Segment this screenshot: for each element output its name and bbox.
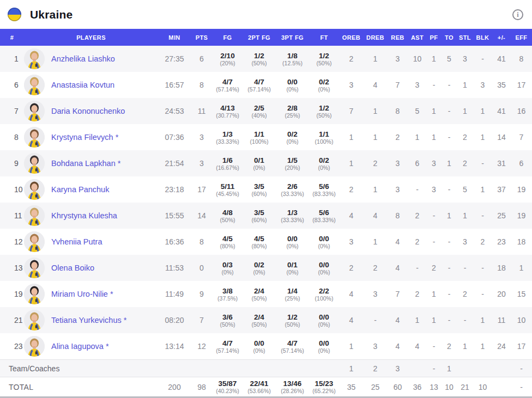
player-name-link[interactable]: Alina Iagupova * <box>51 342 109 351</box>
fg3-made-attempted: 1/2 <box>276 313 309 321</box>
cell-eff: 17 <box>511 342 532 351</box>
player-photo-icon <box>24 258 45 278</box>
fg3-made-attempted: 4/7 <box>276 339 309 347</box>
ukraine-flag-icon <box>8 8 21 21</box>
cell-blk: 1 <box>473 185 492 194</box>
ft-made-attempted: 15/23 <box>309 379 339 388</box>
cell-plus-minus: 25 <box>492 211 511 220</box>
cell-eff: 10 <box>511 316 532 324</box>
cell-oreb: 1 <box>339 364 364 373</box>
cell-blk: 1 <box>473 107 492 115</box>
player-photo-icon <box>24 231 45 252</box>
cell-pts: 12 <box>191 342 213 351</box>
fg3-made-attempted: 2/8 <box>276 104 309 112</box>
player-cell: Krystyna Filevych * <box>24 127 158 148</box>
cell-reb: 4 <box>387 316 408 324</box>
fg3-percentage: (33.33%) <box>276 191 309 197</box>
player-name-link[interactable]: Anastasiia Kovtun <box>51 81 114 89</box>
fg3-made-attempted: 1/5 <box>276 156 309 164</box>
ft-made-attempted: 0/0 <box>309 261 339 269</box>
fg-percentage: (40.23%) <box>213 388 243 394</box>
cell-2ptfg: 4/7 (57.14%) <box>243 78 276 93</box>
cell-min: 13:14 <box>158 342 191 351</box>
total-row: TOTAL 200 98 35/87 (40.23%) 22/41 (53.66… <box>0 377 532 398</box>
cell-eff: 15 <box>511 290 532 298</box>
cell-reb: 4 <box>387 264 408 272</box>
cell-fg: 3/6 (50%) <box>213 313 243 328</box>
player-cell: Alina Iagupova * <box>24 336 158 357</box>
cell-fg: 4/8 (50%) <box>213 209 243 223</box>
cell-stl: 1 <box>457 211 473 220</box>
fg-percentage: (16.67%) <box>213 164 243 171</box>
ft-made-attempted: 0/2 <box>309 156 339 164</box>
table-row: 8 Krystyna Filevych * 07:36 3 1/3 (33.3 <box>0 124 532 150</box>
cell-oreb: 4 <box>339 290 364 298</box>
total-label: TOTAL <box>0 383 158 391</box>
cell-ast: 4 <box>408 342 426 351</box>
player-cell: Tetiana Yurkevichus * <box>24 310 158 330</box>
fg2-percentage: (60%) <box>243 217 276 223</box>
fg-percentage: (37.5%) <box>213 295 243 302</box>
column-header-num: # <box>0 34 24 41</box>
cell-3ptfg: 1/8 (12.5%) <box>276 52 309 66</box>
avatar <box>24 101 45 121</box>
jersey-number: 11 <box>0 211 24 220</box>
cell-oreb: 2 <box>339 54 364 63</box>
cell-dreb: 1 <box>364 185 387 194</box>
cell-blk: 2 <box>473 237 492 246</box>
cell-3ptfg: 1/3 (33.33%) <box>276 209 309 223</box>
cell-pts: 3 <box>191 159 213 168</box>
player-name-link[interactable]: Krystyna Filevych * <box>51 133 118 142</box>
cell-ft: 0/0 (0%) <box>309 313 339 328</box>
cell-3ptfg: 4/7 (57.14%) <box>276 339 309 354</box>
column-header-fg2: 2PT FG <box>243 34 276 41</box>
column-header-blk: BLK <box>473 34 492 41</box>
cell-pts: 3 <box>191 133 213 142</box>
cell-reb: 3 <box>387 54 408 63</box>
cell-reb: 4 <box>387 237 408 246</box>
cell-blk: - <box>473 290 492 298</box>
player-name-link[interactable]: Tetiana Yurkevichus * <box>51 316 126 324</box>
cell-reb: 3 <box>387 364 408 373</box>
player-name-link[interactable]: Yvheniia Putra <box>51 237 102 246</box>
player-cell: Yvheniia Putra <box>24 231 158 252</box>
info-icon[interactable]: i <box>512 9 523 20</box>
cell-pf: 1 <box>426 290 442 298</box>
player-name-link[interactable]: Karyna Panchuk <box>51 185 109 194</box>
jersey-number: 12 <box>0 237 24 246</box>
column-header-reb: REB <box>387 34 408 41</box>
cell-blk: - <box>473 54 492 63</box>
cell-dreb: 3 <box>364 342 387 351</box>
cell-stl: - <box>457 316 473 324</box>
jersey-number: 13 <box>0 264 24 272</box>
cell-blk: 1 <box>473 316 492 324</box>
cell-pts: 14 <box>191 211 213 220</box>
cell-stl: 1 <box>457 81 473 89</box>
cell-fg: 2/10 (20%) <box>213 52 243 66</box>
fg3-made-attempted: 1/4 <box>276 287 309 295</box>
player-name-link[interactable]: Miriam Uro-Nilie * <box>51 290 113 298</box>
player-name-link[interactable]: Bohdana Lapkhan * <box>51 159 120 168</box>
player-name-link[interactable]: Olena Boiko <box>51 264 94 272</box>
player-name-link[interactable]: Daria Kononuchenko <box>51 107 125 115</box>
cell-pts: 6 <box>191 54 213 63</box>
cell-2ptfg: 2/4 (50%) <box>243 287 276 302</box>
cell-ft: 1/1 (100%) <box>309 130 339 145</box>
fg-percentage: (80%) <box>213 243 243 249</box>
jersey-number: 7 <box>0 107 24 115</box>
cell-to: 10 <box>442 383 457 391</box>
fg2-percentage: (57.14%) <box>243 86 276 93</box>
player-name-link[interactable]: Anzhelika Liashko <box>51 54 115 63</box>
cell-3ptfg: 0/1 (0%) <box>276 261 309 275</box>
jersey-number: 1 <box>0 54 24 63</box>
cell-dreb: 4 <box>364 81 387 89</box>
table-row: 13 Olena Boiko 11:53 0 0/3 (0%) <box>0 255 532 281</box>
fg-percentage: (57.14%) <box>213 86 243 93</box>
fg3-made-attempted: 0/1 <box>276 261 309 269</box>
player-name-link[interactable]: Khrystyna Kulesha <box>51 211 117 220</box>
cell-reb: 7 <box>387 81 408 89</box>
cell-blk: 1 <box>473 342 492 351</box>
cell-plus-minus: 37 <box>492 185 511 194</box>
cell-ast: 36 <box>408 383 426 391</box>
cell-eff: - <box>511 383 532 391</box>
